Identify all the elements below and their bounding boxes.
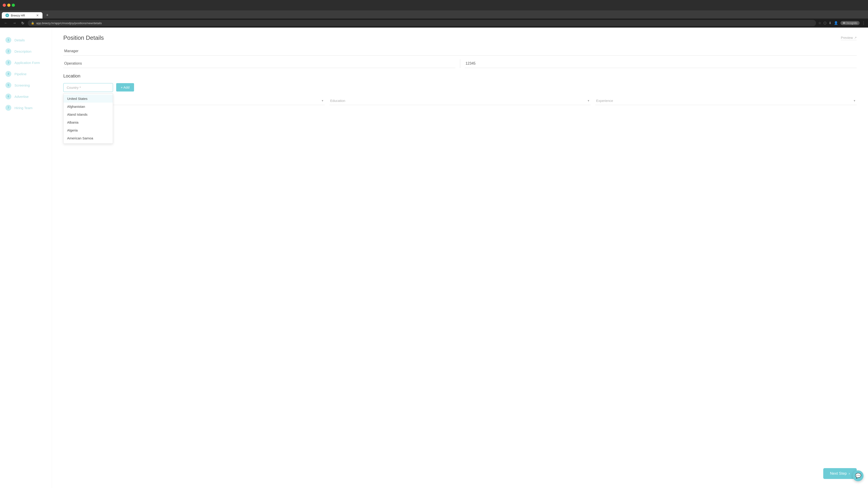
sidebar-label-details: Details: [14, 38, 25, 42]
sidebar-item-application-form[interactable]: 3 Application Form: [0, 57, 52, 68]
sidebar-label-screening: Screening: [14, 84, 30, 87]
country-dropdown: United StatesAfghanistanAland IslandsAlb…: [63, 94, 113, 144]
back-button[interactable]: ←: [3, 20, 9, 26]
close-window-button[interactable]: [3, 4, 6, 7]
maximize-window-button[interactable]: [12, 4, 15, 7]
education-select[interactable]: Education ▼: [329, 96, 591, 105]
sidebar-item-details[interactable]: 1 Details: [0, 34, 52, 46]
main-content: Position Details Preview ↗ Operations 12…: [52, 28, 868, 488]
country-input[interactable]: [63, 83, 113, 92]
sidebar-label-description: Description: [14, 50, 31, 53]
country-input-wrap: United StatesAfghanistanAland IslandsAlb…: [63, 83, 113, 92]
country-dropdown-item[interactable]: Aland Islands: [64, 110, 113, 119]
position-id-field: 12345: [465, 59, 857, 68]
sidebar-item-screening[interactable]: 5 Screening: [0, 79, 52, 91]
url-text: app.breezy.hr/app/c/moodjoy/positions/ne…: [36, 22, 102, 25]
location-section-title: Location: [63, 73, 857, 78]
active-tab[interactable]: B Breezy HR ✕: [2, 12, 42, 19]
sidebar-label-hiring-team: Hiring Team: [14, 106, 33, 110]
country-dropdown-item[interactable]: American Samoa: [64, 134, 113, 142]
incognito-icon: 🕶: [843, 22, 845, 25]
department-field: Operations: [63, 59, 456, 68]
external-link-icon: ↗: [854, 36, 857, 39]
sidebar-item-pipeline[interactable]: 4 Pipeline: [0, 68, 52, 79]
experience-label: Experience: [596, 99, 613, 103]
menu-button[interactable]: ⋮: [862, 21, 865, 25]
sidebar-icon-advertise: 6: [5, 94, 11, 99]
new-tab-button[interactable]: +: [44, 12, 51, 19]
chat-bubble-button[interactable]: 💬: [852, 470, 864, 481]
location-section: Location United StatesAfghanistanAland I…: [63, 73, 857, 105]
address-actions: ☆ ⬡ ⬇ 👤 🕶 Incognito ⋮: [818, 21, 865, 25]
dropdown-down-arrow: ▼: [87, 142, 90, 144]
url-bar[interactable]: 🔒 app.breezy.hr/app/c/moodjoy/positions/…: [28, 20, 816, 26]
sidebar-icon-screening: 5: [5, 82, 11, 88]
sidebar-label-application-form: Application Form: [14, 61, 40, 65]
sidebar-icon-details: 1: [5, 37, 11, 43]
window-controls[interactable]: [3, 4, 15, 7]
tab-favicon: B: [5, 13, 9, 17]
profile-button[interactable]: 👤: [834, 21, 838, 25]
country-row: United StatesAfghanistanAland IslandsAlb…: [63, 83, 857, 92]
country-dropdown-item[interactable]: United States: [64, 95, 113, 103]
incognito-label: Incognito: [846, 22, 857, 25]
next-step-arrow-icon: ›: [848, 471, 850, 476]
app-layout: 1 Details 2 Description 3 Application Fo…: [0, 28, 868, 488]
address-bar: ← → ↻ 🔒 app.breezy.hr/app/c/moodjoy/posi…: [0, 19, 868, 28]
experience-chevron-icon: ▼: [853, 99, 856, 102]
next-step-label: Next Step: [830, 471, 847, 476]
browser-titlebar: [0, 0, 868, 10]
incognito-badge: 🕶 Incognito: [840, 21, 860, 25]
sidebar-item-description[interactable]: 2 Description: [0, 46, 52, 57]
next-step-button[interactable]: Next Step ›: [823, 468, 857, 479]
position-name-field-row: [63, 47, 857, 56]
forward-button[interactable]: →: [11, 20, 18, 26]
sidebar: 1 Details 2 Description 3 Application Fo…: [0, 28, 52, 488]
reload-button[interactable]: ↻: [20, 20, 26, 26]
extensions-button[interactable]: ⬡: [824, 21, 827, 25]
col-divider: [460, 59, 460, 68]
country-dropdown-item[interactable]: Albania: [64, 119, 113, 126]
sidebar-label-pipeline: Pipeline: [14, 72, 26, 76]
page-title: Position Details: [63, 34, 104, 41]
sidebar-icon-hiring-team: 7: [5, 105, 11, 111]
sidebar-item-hiring-team[interactable]: 7 Hiring Team: [0, 102, 52, 113]
sidebar-icon-pipeline: 4: [5, 71, 11, 77]
sidebar-icon-description: 2: [5, 48, 11, 54]
add-country-button[interactable]: + Add: [116, 83, 134, 92]
sidebar-icon-application-form: 3: [5, 60, 11, 66]
sidebar-item-advertise[interactable]: 6 Advertise: [0, 91, 52, 102]
tab-close-button[interactable]: ✕: [36, 13, 39, 17]
chat-icon: 💬: [855, 473, 861, 479]
salary-section: Salary: [63, 110, 857, 116]
experience-select[interactable]: Experience ▼: [595, 96, 857, 105]
tab-bar: B Breezy HR ✕ +: [0, 10, 868, 19]
country-dropdown-item[interactable]: Afghanistan: [64, 103, 113, 110]
education-label: Education: [330, 99, 345, 103]
minimize-window-button[interactable]: [7, 4, 10, 7]
education-chevron-icon: ▼: [587, 99, 590, 102]
country-dropdown-list[interactable]: United StatesAfghanistanAland IslandsAlb…: [64, 94, 113, 143]
tab-title: Breezy HR: [11, 14, 25, 17]
preview-label: Preview: [841, 36, 853, 39]
preview-link[interactable]: Preview ↗: [841, 36, 857, 40]
department-value: Operations: [64, 61, 82, 65]
position-name-input[interactable]: [63, 47, 857, 56]
sidebar-label-advertise: Advertise: [14, 95, 29, 98]
lock-icon: 🔒: [31, 22, 34, 25]
category-chevron-icon: ▼: [321, 99, 324, 102]
position-id-value: 12345: [466, 61, 476, 65]
country-dropdown-item[interactable]: Algeria: [64, 126, 113, 134]
department-id-row: Operations 12345: [63, 59, 857, 68]
bookmark-button[interactable]: ☆: [818, 21, 821, 25]
salary-section-title: Salary: [63, 110, 857, 116]
page-header: Position Details Preview ↗: [63, 34, 857, 41]
filters-row: Category ▼ Education ▼ Experience ▼: [63, 96, 857, 105]
download-button[interactable]: ⬇: [829, 21, 832, 25]
